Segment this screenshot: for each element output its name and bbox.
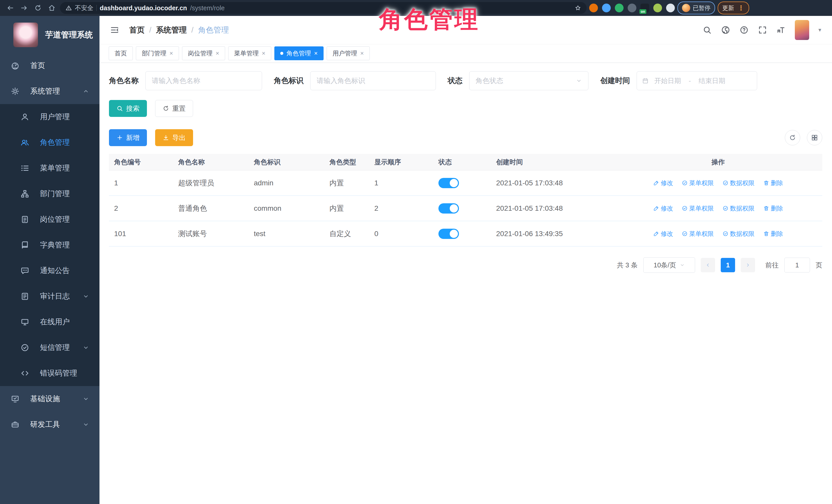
action-label: 删除 (771, 179, 783, 187)
bookmark-star-icon[interactable] (575, 5, 581, 11)
github-icon[interactable] (721, 25, 730, 35)
sidebar-item-role-mgmt[interactable]: 角色管理 (0, 130, 100, 155)
action-数据权限[interactable]: 数据权限 (723, 204, 755, 213)
search-button[interactable]: 搜索 (109, 100, 147, 117)
goto-page-input[interactable] (784, 258, 810, 272)
sidebar-item-sms-mgmt[interactable]: 短信管理 (0, 335, 100, 361)
circle-check-icon (723, 231, 728, 237)
action-数据权限[interactable]: 数据权限 (723, 179, 755, 187)
add-role-button[interactable]: 新增 (109, 129, 147, 146)
sidebar-item-home[interactable]: 首页 (0, 53, 100, 78)
extension-orange-icon[interactable] (589, 4, 598, 12)
sidebar-item-notice[interactable]: 通知公告 (0, 258, 100, 284)
role-status-toggle[interactable] (438, 203, 459, 214)
refresh-table-button[interactable] (785, 130, 800, 145)
sidebar-item-infrastructure[interactable]: 基础设施 (0, 386, 100, 412)
browser-update-button[interactable]: 更新 ⋮ (718, 2, 749, 15)
page-content: 角色名称 角色标识 状态 角色状态 创建时间 开始日期 - 结束日期 (100, 62, 832, 504)
action-label: 数据权限 (730, 230, 755, 238)
sidebar-collapse-button[interactable] (109, 24, 121, 36)
action-删除[interactable]: 删除 (763, 179, 783, 187)
status-select[interactable]: 角色状态 (469, 71, 589, 90)
prev-page-button[interactable] (701, 258, 715, 272)
sidebar-item-dict-mgmt[interactable]: 字典管理 (0, 232, 100, 258)
close-icon[interactable]: × (216, 50, 219, 57)
action-label: 删除 (771, 204, 783, 213)
extension-blue-drop-icon[interactable] (602, 4, 611, 12)
browser-profile-button[interactable]: 已暂停 (677, 2, 715, 15)
sidebar-item-user-mgmt[interactable]: 用户管理 (0, 104, 100, 130)
browser-menu-icon[interactable]: ⋮ (738, 4, 745, 12)
app-logo-row[interactable]: 芋道管理系统 (0, 16, 100, 53)
tab-用户管理[interactable]: 用户管理× (327, 46, 370, 60)
browser-back-button[interactable] (5, 2, 16, 14)
sidebar-item-post-mgmt[interactable]: 岗位管理 (0, 207, 100, 232)
action-菜单权限[interactable]: 菜单权限 (682, 179, 714, 187)
extension-gray-icon[interactable] (628, 4, 636, 12)
action-菜单权限[interactable]: 菜单权限 (682, 204, 714, 213)
role-status-toggle[interactable] (438, 178, 459, 188)
tab-部门管理[interactable]: 部门管理× (136, 46, 179, 60)
action-删除[interactable]: 删除 (763, 204, 783, 213)
close-icon[interactable]: × (360, 50, 364, 57)
action-修改[interactable]: 修改 (653, 204, 673, 213)
avatar-caret-icon[interactable]: ▾ (818, 27, 821, 33)
tab-角色管理[interactable]: 角色管理× (274, 46, 323, 60)
tab-岗位管理[interactable]: 岗位管理× (182, 46, 225, 60)
users-icon (21, 138, 29, 147)
page-number-1[interactable]: 1 (721, 258, 735, 272)
action-菜单权限[interactable]: 菜单权限 (682, 230, 714, 238)
sidebar-item-label: 错误码管理 (40, 368, 77, 378)
extension-lime-icon[interactable] (653, 4, 662, 12)
tab-菜单管理[interactable]: 菜单管理× (228, 46, 271, 60)
delete-icon (763, 205, 769, 211)
reset-button[interactable]: 重置 (155, 100, 193, 117)
extension-green-icon[interactable] (615, 4, 624, 12)
browser-forward-button[interactable] (19, 2, 30, 14)
sidebar-item-error-code-mgmt[interactable]: 错误码管理 (0, 361, 100, 386)
breadcrumb-home[interactable]: 首页 (129, 25, 145, 35)
chevron-down-icon (576, 78, 582, 84)
font-size-icon[interactable] (776, 25, 786, 35)
status-select-placeholder: 角色状态 (476, 76, 503, 85)
next-page-button[interactable] (741, 258, 755, 272)
extension-pin-icon[interactable] (666, 4, 675, 12)
browser-reload-button[interactable] (32, 2, 44, 14)
table-header-row: 角色编号角色名称角色标识角色类型显示顺序状态创建时间操作 (109, 154, 822, 170)
sidebar-item-dev-tools[interactable]: 研发工具 (0, 412, 100, 437)
browser-home-button[interactable] (46, 2, 57, 14)
fullscreen-icon[interactable] (758, 25, 767, 35)
help-icon[interactable] (739, 25, 749, 35)
tab-首页[interactable]: 首页 (109, 46, 133, 60)
sidebar-item-system-mgmt[interactable]: 系统管理 (0, 78, 100, 104)
role-name-input[interactable] (146, 71, 262, 90)
create-time-range-picker[interactable]: 开始日期 - 结束日期 (636, 71, 757, 90)
action-数据权限[interactable]: 数据权限 (723, 230, 755, 238)
role-key-input[interactable] (310, 71, 436, 90)
action-删除[interactable]: 删除 (763, 230, 783, 238)
page-size-select[interactable]: 10条/页 (643, 257, 695, 273)
address-bar[interactable]: 不安全 dashboard.yudao.iocoder.cn /system/r… (60, 2, 587, 14)
action-修改[interactable]: 修改 (653, 230, 673, 238)
role-sort-cell: 0 (369, 230, 433, 238)
close-icon[interactable]: × (314, 50, 318, 57)
extension-dark-on-icon[interactable]: on (641, 4, 649, 12)
role-status-toggle[interactable] (438, 229, 459, 239)
sidebar-item-dept-mgmt[interactable]: 部门管理 (0, 181, 100, 207)
export-button[interactable]: 导出 (155, 129, 193, 146)
close-icon[interactable]: × (170, 50, 173, 57)
search-icon[interactable] (703, 25, 712, 35)
user-avatar[interactable] (795, 20, 809, 40)
action-修改[interactable]: 修改 (653, 179, 673, 187)
sidebar-item-audit-log[interactable]: 审计日志 (0, 284, 100, 309)
sidebar-item-label: 研发工具 (30, 419, 60, 430)
sidebar-item-label: 基础设施 (30, 394, 60, 404)
close-icon[interactable]: × (262, 50, 265, 57)
sidebar-item-menu-mgmt[interactable]: 菜单管理 (0, 155, 100, 181)
column-settings-button[interactable] (807, 130, 822, 145)
circle-check-icon (723, 205, 728, 211)
sidebar-item-online-users[interactable]: 在线用户 (0, 309, 100, 335)
role-key-cell: common (249, 204, 324, 213)
breadcrumb-system[interactable]: 系统管理 (156, 25, 187, 35)
search-buttons-row: 搜索 重置 (109, 100, 822, 117)
